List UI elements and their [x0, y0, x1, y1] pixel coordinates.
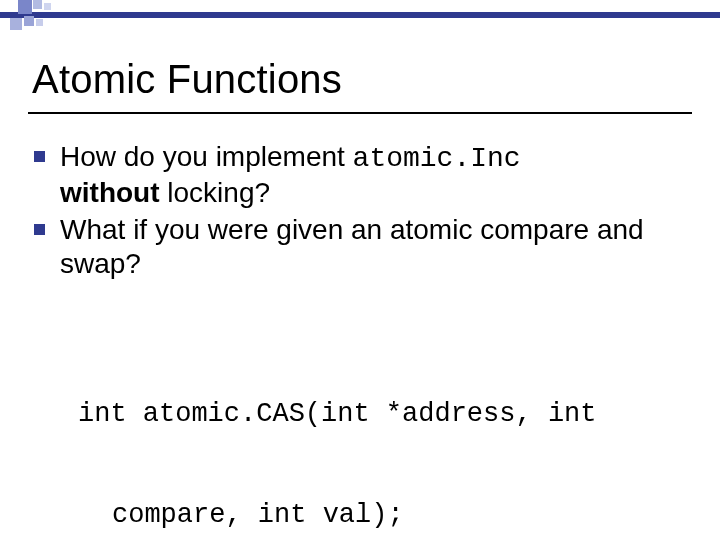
header-decoration — [0, 0, 720, 32]
deco-square — [33, 0, 42, 9]
bullet-strong: without — [60, 177, 160, 208]
deco-square — [24, 16, 34, 26]
code-line: int atomic.CAS(int *address, int — [78, 398, 678, 432]
square-bullet-icon — [34, 224, 45, 235]
bullet-item: What if you were given an atomic compare… — [34, 213, 694, 282]
bullet-text-pre: How do you implement — [60, 141, 353, 172]
bullet-item: How do you implement atomic.Inc without … — [34, 140, 694, 211]
slide-body: How do you implement atomic.Inc without … — [34, 140, 694, 284]
deco-square — [18, 0, 32, 14]
code-line: compare, int val); — [78, 499, 678, 533]
bullet-text: What if you were given an atomic compare… — [60, 214, 644, 279]
code-block: int atomic.CAS(int *address, int compare… — [78, 330, 678, 540]
bullet-text-post: locking? — [160, 177, 271, 208]
deco-square — [10, 18, 22, 30]
slide-title: Atomic Functions — [32, 57, 342, 102]
bullet-code: atomic.Inc — [353, 143, 521, 174]
deco-square — [36, 19, 43, 26]
deco-square — [44, 3, 51, 10]
header-bar — [0, 12, 720, 18]
slide: Atomic Functions How do you implement at… — [0, 0, 720, 540]
title-underline — [28, 112, 692, 114]
square-bullet-icon — [34, 151, 45, 162]
